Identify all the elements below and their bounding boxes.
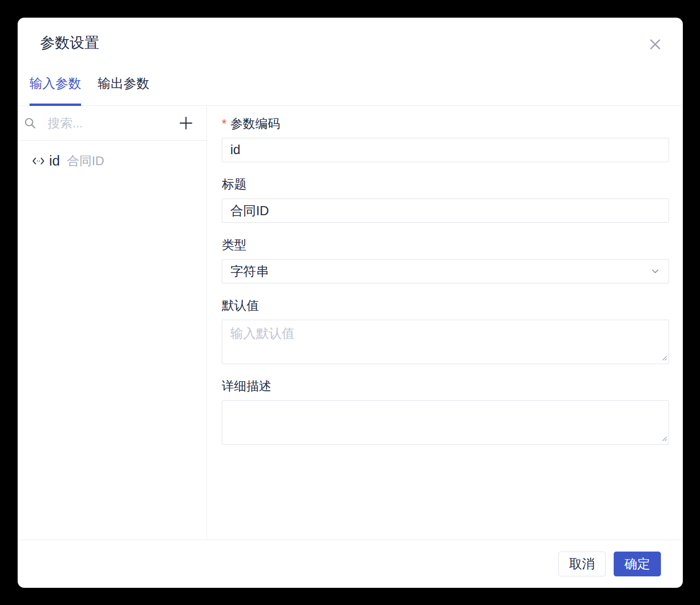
- search-input[interactable]: [48, 116, 179, 131]
- param-item-code: id: [49, 152, 60, 169]
- dialog-header: 参数设置 输入参数 输出参数: [18, 18, 683, 106]
- close-icon: [649, 38, 662, 51]
- param-title-input[interactable]: [222, 198, 669, 223]
- field-label-text: 默认值: [222, 298, 259, 313]
- string-param-icon: [32, 157, 45, 165]
- description-textarea[interactable]: [222, 400, 669, 445]
- field-group-default: 默认值: [222, 298, 669, 364]
- param-list-item-id[interactable]: id 合同ID: [32, 152, 197, 169]
- field-label: 详细描述: [222, 378, 669, 394]
- field-label-text: 参数编码: [230, 116, 280, 131]
- field-label: 默认值: [222, 298, 669, 313]
- field-label: * 参数编码: [222, 116, 669, 131]
- parameter-settings-dialog: 参数设置 输入参数 输出参数: [18, 18, 683, 588]
- add-param-button[interactable]: [179, 116, 193, 130]
- default-value-textarea[interactable]: [222, 320, 669, 364]
- sidebar-search-row: [18, 106, 206, 141]
- description-wrap: [222, 400, 669, 445]
- param-code-input[interactable]: [222, 138, 669, 162]
- param-type-selected-value: 字符串: [230, 263, 269, 280]
- dialog-title: 参数设置: [40, 33, 683, 52]
- field-label-text: 标题: [222, 177, 247, 192]
- close-button[interactable]: [646, 35, 665, 54]
- default-value-wrap: [222, 320, 669, 364]
- cancel-button[interactable]: 取消: [558, 552, 606, 576]
- confirm-button[interactable]: 确定: [614, 552, 661, 576]
- field-label: 标题: [222, 177, 669, 192]
- plus-icon: [179, 116, 193, 130]
- field-label-text: 详细描述: [222, 378, 271, 394]
- param-form: * 参数编码 标题 类型 字符串: [207, 106, 683, 540]
- field-label: 类型: [222, 237, 669, 252]
- param-item-title: 合同ID: [67, 153, 104, 169]
- field-group-description: 详细描述: [222, 378, 669, 445]
- param-list: id 合同ID: [18, 141, 206, 169]
- field-group-type: 类型 字符串: [222, 237, 669, 283]
- field-group-title: 标题: [222, 177, 669, 223]
- chevron-down-icon: [650, 267, 660, 276]
- param-type-select[interactable]: 字符串: [222, 259, 669, 283]
- field-group-code: * 参数编码: [222, 116, 669, 162]
- tab-output-params[interactable]: 输出参数: [98, 75, 149, 105]
- tab-bar: 输入参数 输出参数: [18, 75, 683, 106]
- tab-input-params[interactable]: 输入参数: [30, 75, 81, 105]
- required-marker: *: [222, 116, 226, 131]
- param-sidebar: id 合同ID: [18, 106, 207, 540]
- search-icon: [24, 117, 36, 129]
- dialog-body: id 合同ID * 参数编码 标题 类型: [18, 106, 683, 540]
- dialog-footer: 取消 确定: [18, 540, 683, 588]
- field-label-text: 类型: [222, 237, 247, 252]
